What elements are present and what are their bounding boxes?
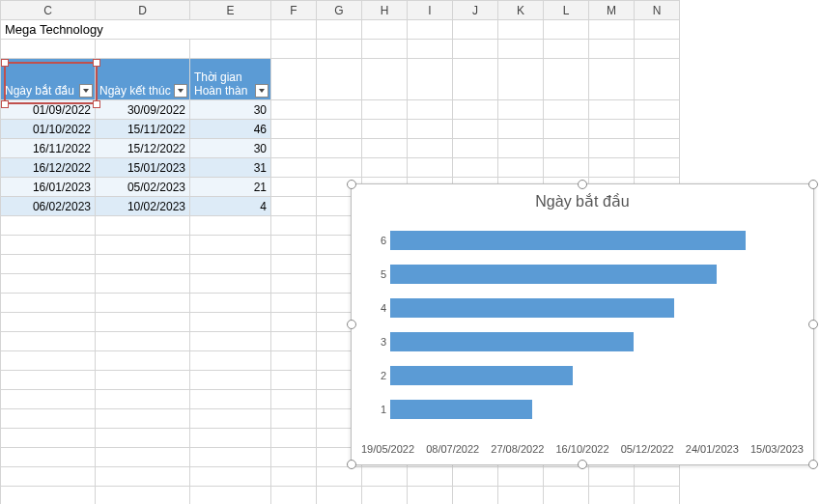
header-duration[interactable]: Thời gian Hoàn thàn xyxy=(190,59,271,100)
chart-y-tick: 5 xyxy=(373,268,386,280)
chart-plot-area[interactable]: 123456 xyxy=(390,223,796,426)
table-row[interactable]: 01/10/202215/11/202246 xyxy=(1,120,680,139)
col-header[interactable]: K xyxy=(498,1,544,20)
chart-y-tick: 2 xyxy=(373,370,386,381)
table-row[interactable]: 16/12/202215/01/202331 xyxy=(1,158,680,178)
table-row[interactable]: 01/09/202230/09/202230 xyxy=(1,100,680,120)
col-header[interactable]: C xyxy=(1,1,96,20)
chart-x-axis: 19/05/202208/07/202227/08/202216/10/2022… xyxy=(361,443,804,455)
chart-y-tick: 3 xyxy=(373,336,386,348)
chart-resize-handle[interactable] xyxy=(347,180,356,189)
chart-x-tick: 24/01/2023 xyxy=(686,443,739,455)
col-header[interactable]: L xyxy=(544,1,589,20)
chart-x-tick: 27/08/2022 xyxy=(491,443,544,455)
chart-x-tick: 08/07/2022 xyxy=(426,443,479,455)
chart-y-tick: 6 xyxy=(373,235,386,246)
table-row[interactable]: 16/11/202215/12/202230 xyxy=(1,139,680,158)
chart-resize-handle[interactable] xyxy=(808,320,818,329)
chart-bar[interactable] xyxy=(390,265,717,284)
col-header[interactable]: E xyxy=(190,1,271,20)
col-header[interactable]: F xyxy=(271,1,317,20)
chart-bar[interactable] xyxy=(390,231,746,250)
chart-resize-handle[interactable] xyxy=(347,460,356,469)
table-row[interactable] xyxy=(1,487,680,505)
filter-button[interactable] xyxy=(255,84,269,98)
table-row[interactable] xyxy=(1,40,680,59)
chart-resize-handle[interactable] xyxy=(808,180,818,189)
col-header[interactable]: J xyxy=(453,1,498,20)
chart-y-tick: 4 xyxy=(373,302,386,314)
chart-resize-handle[interactable] xyxy=(578,460,587,469)
col-header[interactable]: N xyxy=(635,1,680,20)
chart-bar[interactable] xyxy=(390,298,674,318)
embedded-chart[interactable]: Ngày bắt đầu 123456 19/05/202208/07/2022… xyxy=(351,183,814,465)
chart-bar[interactable] xyxy=(390,400,532,419)
chart-bar[interactable] xyxy=(390,366,573,385)
chart-x-tick: 19/05/2022 xyxy=(361,443,414,455)
header-start-date[interactable]: Ngày bắt đầu xyxy=(1,59,96,100)
chart-x-tick: 05/12/2022 xyxy=(621,443,674,455)
sheet-title[interactable]: Mega Technology xyxy=(1,20,271,40)
spreadsheet-view: C D E F G H I J K L M N Mega Technology … xyxy=(0,0,820,504)
col-header[interactable]: H xyxy=(362,1,408,20)
col-header[interactable]: D xyxy=(96,1,190,20)
chart-x-tick: 16/10/2022 xyxy=(555,443,608,455)
column-header-row[interactable]: C D E F G H I J K L M N xyxy=(1,1,680,20)
chart-x-tick: 15/03/2023 xyxy=(750,443,804,455)
table-row[interactable] xyxy=(1,467,680,487)
col-header[interactable]: G xyxy=(317,1,362,20)
table-row[interactable]: Mega Technology xyxy=(1,20,680,40)
col-header[interactable]: M xyxy=(589,1,635,20)
col-header[interactable]: I xyxy=(408,1,453,20)
header-end-date[interactable]: Ngày kết thúc xyxy=(96,59,190,100)
table-header-row[interactable]: Ngày bắt đầu Ngày kết thúc Thời gian Hoà… xyxy=(1,59,680,100)
chart-resize-handle[interactable] xyxy=(808,460,818,469)
filter-button[interactable] xyxy=(174,84,187,98)
chart-bar[interactable] xyxy=(390,332,634,351)
chart-resize-handle[interactable] xyxy=(347,320,356,329)
chart-resize-handle[interactable] xyxy=(578,180,587,189)
chart-y-tick: 1 xyxy=(373,404,386,415)
filter-button[interactable] xyxy=(79,84,93,98)
